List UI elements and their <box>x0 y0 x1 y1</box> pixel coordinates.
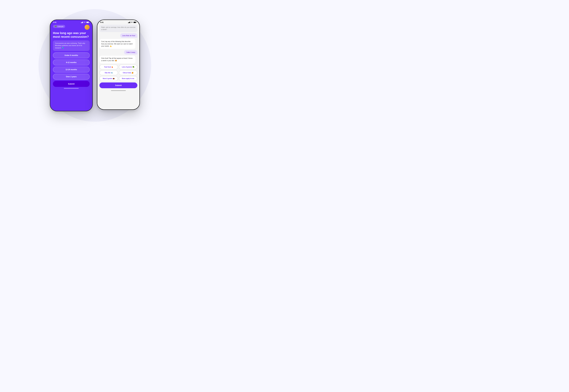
lifestyle-emoji: 🌿 <box>55 26 57 28</box>
info-card-text: Concussions are also confusing. That's w… <box>55 42 88 49</box>
svg-rect-2 <box>82 22 83 23</box>
food-citrus-fruits[interactable]: Citrus fruits 🍊 <box>119 70 137 75</box>
svg-rect-8 <box>129 22 129 23</box>
bot-bubble-exercise-type: Cool, tap any of the following that desc… <box>100 39 135 49</box>
svg-rect-7 <box>128 23 129 23</box>
svg-rect-6 <box>87 22 89 23</box>
svg-rect-13 <box>134 22 136 23</box>
lifestyle-badge: 🌿 Lifestyle <box>53 25 65 28</box>
question-title: How long ago was your most recent concus… <box>53 31 90 39</box>
wifi-icon-right <box>131 22 133 23</box>
food-options-grid: Fast food 🍟 Lots of greens 🥦 Oily fish 🐟… <box>100 65 137 81</box>
wifi-icon <box>84 22 86 23</box>
battery-icon <box>86 22 89 23</box>
right-status-icons <box>128 22 136 23</box>
food-fast-food[interactable]: Fast food 🍟 <box>100 65 118 70</box>
left-phone-content: 🌿 Lifestyle How long ago was your most r… <box>50 24 92 111</box>
fade-question: Right, and on average, how often do you … <box>100 25 137 32</box>
svg-rect-12 <box>136 22 136 23</box>
option-over-2-years[interactable]: Over 2 years <box>53 74 90 80</box>
left-time: 9:41 <box>53 21 57 23</box>
phones-container: 9:41 <box>50 20 140 111</box>
svg-rect-9 <box>129 22 130 23</box>
left-status-icons <box>81 22 89 23</box>
avatar <box>85 25 90 30</box>
svg-rect-10 <box>130 22 130 23</box>
right-phone: 9:41 <box>97 20 140 110</box>
user-bubble-exercise-time: Less than an hour <box>120 33 137 38</box>
bot-bubble-food: Onto food! Tap all that appear at least … <box>100 56 135 63</box>
signal-icon <box>81 22 83 23</box>
food-lots-greens[interactable]: Lots of greens 🥦 <box>119 65 137 70</box>
svg-rect-1 <box>82 22 82 23</box>
chat-container: Right, and on average, how often do you … <box>97 24 139 106</box>
option-6-12[interactable]: 6-12 months <box>53 59 90 65</box>
left-status-bar: 9:41 <box>50 20 92 24</box>
left-submit-button[interactable]: Submit <box>53 81 90 87</box>
lifestyle-label: Lifestyle <box>58 26 63 28</box>
right-submit-button[interactable]: Submit <box>100 83 137 88</box>
info-card: Concussions are also confusing. That's w… <box>53 41 90 51</box>
signal-icon-right <box>128 22 130 23</box>
food-nuts-grains[interactable]: Nuts & grains 🌰 <box>100 76 118 81</box>
right-home-bar <box>111 90 126 91</box>
option-under-6[interactable]: Under 6 months <box>53 52 90 58</box>
svg-rect-0 <box>81 23 81 23</box>
user-bubble-take-easy: I take it easy <box>124 50 137 55</box>
scene: 9:41 <box>13 8 176 123</box>
right-time: 9:41 <box>100 21 103 23</box>
svg-rect-3 <box>83 22 83 23</box>
food-oily-fish[interactable]: Oily fish 🐟 <box>100 70 118 75</box>
left-phone: 9:41 <box>50 20 93 111</box>
option-12-24[interactable]: 12-24 months <box>53 67 90 72</box>
battery-icon-right <box>133 22 136 23</box>
right-status-bar: 9:41 <box>97 20 139 24</box>
left-home-bar <box>64 88 79 89</box>
food-none-apply[interactable]: None apply to me <box>119 76 137 81</box>
svg-rect-5 <box>89 22 89 23</box>
